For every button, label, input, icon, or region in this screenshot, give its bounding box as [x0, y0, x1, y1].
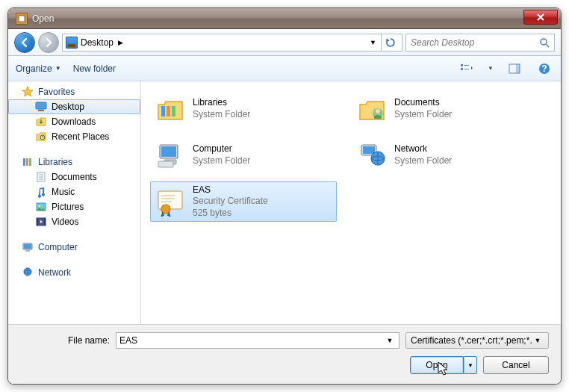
sidebar-item-recent[interactable]: Recent Places: [8, 129, 140, 144]
svg-rect-27: [24, 244, 31, 249]
svg-rect-28: [25, 250, 30, 252]
titlebar[interactable]: Open: [8, 8, 561, 29]
item-computer[interactable]: ComputerSystem Folder: [150, 135, 337, 175]
chevron-down-icon[interactable]: ▼: [384, 337, 396, 344]
item-size: 525 bytes: [193, 208, 268, 220]
svg-rect-32: [172, 106, 175, 116]
open-label: Open: [426, 360, 447, 370]
sidebar-item-music[interactable]: Music: [8, 184, 140, 199]
pictures-icon: [35, 201, 47, 213]
search-box[interactable]: [405, 34, 555, 52]
tree-label: Downloads: [52, 116, 96, 127]
help-button[interactable]: ?: [535, 60, 553, 77]
newfolder-label: New folder: [73, 63, 116, 74]
back-button[interactable]: [14, 32, 35, 53]
filetype-filter[interactable]: Certificates (*.cer;*.crt;*.pem;*.p ▼: [405, 332, 549, 349]
item-sub: System Folder: [193, 109, 250, 121]
libraries-group[interactable]: Libraries: [8, 155, 140, 169]
svg-point-1: [541, 39, 547, 45]
star-icon: [22, 86, 34, 98]
svg-line-2: [546, 44, 549, 47]
desktop-icon: [35, 101, 47, 113]
open-dropdown[interactable]: ▼: [464, 356, 477, 374]
svg-rect-16: [29, 158, 31, 166]
tree-label: Recent Places: [52, 131, 109, 142]
svg-rect-4: [461, 68, 463, 70]
app-icon: [16, 13, 28, 25]
filename-combo[interactable]: ▼: [116, 332, 399, 349]
crumb-desktop[interactable]: Desktop: [81, 37, 114, 48]
refresh-button[interactable]: [381, 34, 399, 51]
svg-rect-5: [464, 65, 469, 66]
open-button[interactable]: Open: [410, 356, 464, 374]
svg-rect-30: [161, 106, 165, 116]
svg-rect-6: [464, 69, 469, 69]
svg-rect-40: [363, 146, 375, 154]
svg-rect-3: [461, 64, 463, 66]
recent-icon: [35, 131, 47, 143]
item-sub: System Folder: [193, 155, 250, 167]
network-icon: [22, 267, 34, 279]
file-list[interactable]: LibrariesSystem Folder DocumentsSystem F…: [141, 81, 561, 324]
body: Favorites Desktop Downloads Recent Place…: [8, 81, 561, 324]
desktop-icon: [66, 37, 78, 49]
item-documents[interactable]: DocumentsSystem Folder: [352, 89, 538, 129]
preview-pane-button[interactable]: [506, 60, 523, 77]
computer-icon: [22, 241, 34, 253]
chevron-down-icon[interactable]: ▼: [370, 39, 376, 46]
bottom-panel: File name: ▼ Certificates (*.cer;*.crt;*…: [8, 324, 561, 384]
libraries-label: Libraries: [38, 157, 72, 167]
network-label: Network: [38, 267, 71, 278]
svg-text:?: ?: [541, 63, 547, 74]
sidebar-item-documents[interactable]: Documents: [8, 169, 140, 184]
network-group[interactable]: Network: [8, 265, 140, 280]
sidebar[interactable]: Favorites Desktop Downloads Recent Place…: [8, 81, 141, 324]
close-button[interactable]: [523, 10, 558, 25]
documents-folder-icon: [355, 93, 388, 125]
view-options-button[interactable]: [458, 60, 476, 77]
chevron-right-icon[interactable]: ▶: [118, 39, 123, 46]
filename-input[interactable]: [119, 335, 384, 346]
item-name: Computer: [193, 143, 250, 155]
item-network[interactable]: NetworkSystem Folder: [352, 135, 538, 175]
documents-icon: [35, 171, 47, 183]
window-title: Open: [32, 13, 54, 24]
certificate-icon: [154, 185, 187, 218]
sidebar-item-desktop[interactable]: Desktop: [8, 99, 140, 114]
chevron-down-icon[interactable]: ▼: [488, 65, 494, 72]
sidebar-item-videos[interactable]: Videos: [8, 214, 140, 229]
computer-icon: [154, 139, 187, 172]
sidebar-item-pictures[interactable]: Pictures: [8, 199, 140, 214]
item-eas[interactable]: EASSecurity Certificate525 bytes: [150, 181, 337, 222]
filename-label: File name:: [20, 335, 110, 346]
tree-label: Videos: [52, 217, 78, 227]
new-folder-button[interactable]: New folder: [73, 63, 116, 74]
libraries-icon: [154, 93, 187, 125]
svg-rect-24: [37, 218, 38, 225]
favorites-label: Favorites: [38, 87, 75, 97]
computer-group[interactable]: Computer: [8, 240, 140, 255]
music-icon: [35, 186, 47, 198]
organize-menu[interactable]: Organize ▼: [16, 63, 61, 74]
open-button-group: Open ▼: [410, 356, 477, 374]
breadcrumb[interactable]: Desktop ▶ ▼: [62, 34, 402, 52]
svg-rect-11: [36, 102, 46, 109]
chevron-down-icon: ▼: [55, 65, 61, 72]
network-icon: [355, 139, 388, 172]
svg-rect-15: [26, 158, 28, 166]
videos-icon: [35, 216, 47, 228]
forward-button[interactable]: [38, 32, 59, 53]
sidebar-item-downloads[interactable]: Downloads: [8, 114, 140, 129]
item-libraries[interactable]: LibrariesSystem Folder: [150, 89, 337, 129]
cancel-button[interactable]: Cancel: [483, 356, 549, 374]
tree-label: Pictures: [52, 202, 84, 212]
search-input[interactable]: [411, 37, 539, 48]
svg-rect-38: [158, 161, 173, 167]
toolbar: Organize ▼ New folder ▼ ?: [8, 56, 561, 81]
cancel-label: Cancel: [502, 360, 529, 370]
svg-rect-0: [19, 16, 25, 22]
navbar: Desktop ▶ ▼: [8, 29, 561, 56]
favorites-group[interactable]: Favorites: [8, 84, 140, 99]
item-name: Documents: [394, 97, 452, 109]
item-name: EAS: [193, 184, 268, 196]
